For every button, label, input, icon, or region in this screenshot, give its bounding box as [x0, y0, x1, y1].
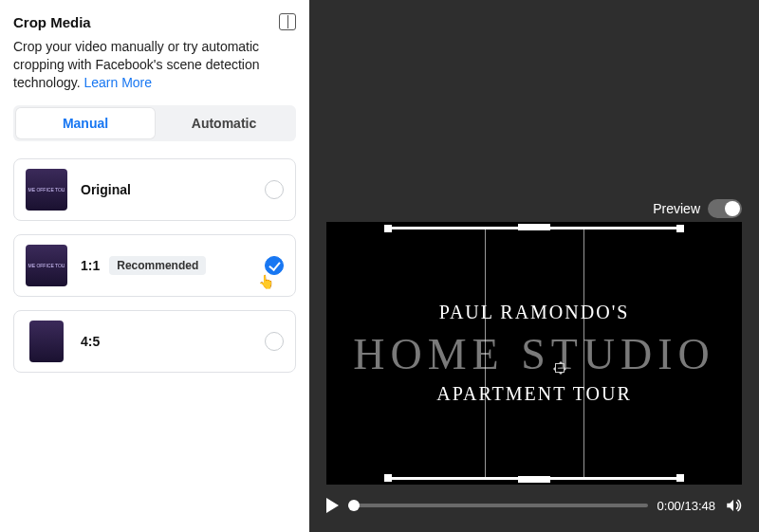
crop-handle-bottom[interactable] — [518, 476, 550, 483]
panel-collapse-icon[interactable] — [279, 13, 296, 30]
progress-bar[interactable] — [348, 504, 648, 507]
option-1-1[interactable]: ME OFFICE TOU 1:1 Recommended 👆 — [13, 234, 296, 297]
option-label: Original — [81, 182, 131, 197]
preview-label: Preview — [653, 201, 700, 216]
crop-handle-tr[interactable] — [676, 225, 684, 232]
learn-more-link[interactable]: Learn More — [83, 75, 152, 90]
video-canvas[interactable]: PAUL RAMONDO'S HOME STUDIO APARTMENT TOU… — [326, 222, 742, 485]
tab-automatic[interactable]: Automatic — [155, 108, 293, 138]
option-radio[interactable] — [265, 180, 284, 199]
option-label: 1:1 — [81, 258, 100, 273]
play-button[interactable] — [326, 498, 339, 513]
panel-description: Crop your video manually or try automati… — [13, 38, 296, 92]
crop-handle-br[interactable] — [676, 474, 684, 482]
crop-handle-bl[interactable] — [384, 474, 392, 482]
option-original[interactable]: ME OFFICE TOU Original — [13, 158, 296, 221]
pointer-cursor-icon: 👆 — [258, 274, 274, 289]
crop-frame[interactable] — [387, 228, 681, 479]
time-display: 0:00/13:48 — [657, 499, 715, 513]
recommended-badge: Recommended — [109, 256, 206, 275]
volume-icon[interactable] — [725, 497, 742, 514]
video-controls: 0:00/13:48 — [326, 492, 742, 519]
tab-manual[interactable]: Manual — [16, 108, 155, 138]
move-cursor-icon — [552, 360, 567, 376]
preview-pane: Preview PAUL RAMONDO'S HOME STUDIO APART… — [309, 0, 759, 532]
preview-toggle[interactable] — [708, 199, 742, 218]
aspect-ratio-options: ME OFFICE TOU Original ME OFFICE TOU 1:1… — [13, 158, 296, 373]
option-thumbnail: ME OFFICE TOU — [26, 169, 67, 211]
option-thumbnail: ME OFFICE TOU — [26, 245, 67, 286]
option-label: 4:5 — [81, 334, 100, 349]
thumb-text: ME OFFICE TOU — [28, 263, 65, 268]
sidebar-panel: Crop Media Crop your video manually or t… — [0, 0, 309, 532]
option-radio[interactable] — [265, 332, 284, 351]
progress-thumb[interactable] — [348, 500, 360, 511]
option-4-5[interactable]: 4:5 — [13, 310, 296, 373]
crop-mode-tabs: Manual Automatic — [13, 105, 296, 141]
option-radio[interactable]: 👆 — [265, 256, 284, 275]
crop-handle-top[interactable] — [518, 224, 550, 230]
crop-handle-tl[interactable] — [384, 225, 392, 232]
panel-title: Crop Media — [13, 14, 91, 30]
thumb-text: ME OFFICE TOU — [28, 187, 65, 193]
option-thumbnail — [29, 321, 64, 362]
